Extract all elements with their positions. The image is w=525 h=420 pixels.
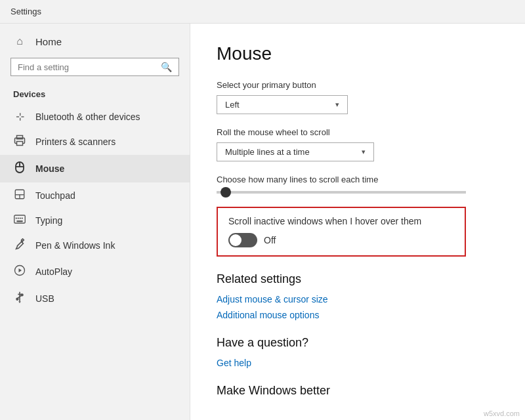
scroll-wheel-dropdown[interactable]: Multiple lines at a time ▾ — [217, 142, 374, 161]
svg-marker-16 — [19, 268, 22, 272]
watermark: w5xvd.com — [484, 410, 520, 417]
sidebar-item-usb[interactable]: USB — [0, 285, 190, 312]
scroll-inactive-box: Scroll inactive windows when I hover ove… — [217, 207, 466, 257]
autoplay-icon — [13, 264, 26, 279]
sidebar-item-label: Mouse — [35, 163, 64, 174]
scroll-lines-slider-thumb[interactable] — [220, 187, 231, 198]
search-icon: 🔍 — [161, 62, 172, 72]
related-settings-heading: Related settings — [217, 272, 499, 286]
typing-icon — [13, 215, 26, 226]
question-section: Have a question? Get help — [217, 336, 499, 368]
sidebar: ⌂ Home 🔍 Devices ⊹ Bluetooth & other dev… — [0, 24, 190, 420]
better-section: Make Windows better — [217, 384, 499, 398]
main-content: Mouse Select your primary button Left ▾ … — [190, 24, 525, 420]
sidebar-item-label: Pen & Windows Ink — [35, 240, 115, 251]
additional-mouse-link[interactable]: Additional mouse options — [217, 310, 499, 320]
svg-point-21 — [21, 294, 23, 296]
title-bar: Settings — [0, 0, 525, 24]
touchpad-icon — [13, 188, 26, 203]
scroll-wheel-label: Roll the mouse wheel to scroll — [217, 127, 499, 137]
sidebar-item-label: Printers & scanners — [35, 136, 116, 147]
search-box[interactable]: 🔍 — [10, 58, 179, 76]
bluetooth-icon: ⊹ — [13, 110, 26, 123]
printers-icon — [13, 135, 26, 149]
mouse-icon — [13, 161, 26, 177]
sidebar-item-mouse[interactable]: Mouse — [0, 155, 190, 182]
primary-button-label: Select your primary button — [217, 80, 499, 90]
title-bar-label: Settings — [10, 7, 41, 16]
home-icon: ⌂ — [13, 35, 26, 47]
search-input[interactable] — [18, 62, 156, 72]
get-help-link[interactable]: Get help — [217, 358, 499, 368]
svg-rect-9 — [14, 215, 26, 223]
related-settings-section: Related settings Adjust mouse & cursor s… — [217, 272, 499, 320]
svg-rect-1 — [17, 142, 23, 146]
better-heading: Make Windows better — [217, 384, 499, 398]
scroll-inactive-label: Scroll inactive windows when I hover ove… — [228, 216, 454, 226]
primary-button-dropdown[interactable]: Left ▾ — [217, 95, 348, 114]
scroll-inactive-toggle[interactable] — [228, 233, 257, 247]
chevron-down-icon: ▾ — [362, 148, 366, 156]
sidebar-item-pen[interactable]: Pen & Windows Ink — [0, 232, 190, 259]
devices-section-label: Devices — [0, 85, 190, 104]
sidebar-home-label: Home — [35, 36, 62, 47]
scroll-inactive-toggle-row: Off — [228, 233, 454, 247]
sidebar-item-label: Typing — [35, 215, 62, 226]
svg-point-22 — [16, 298, 18, 300]
sidebar-item-typing[interactable]: Typing — [0, 209, 190, 232]
sidebar-item-label: Bluetooth & other devices — [35, 112, 140, 122]
sidebar-home-item[interactable]: ⌂ Home — [0, 29, 190, 54]
sidebar-item-touchpad[interactable]: Touchpad — [0, 182, 190, 209]
chevron-down-icon: ▾ — [335, 100, 339, 109]
question-heading: Have a question? — [217, 336, 499, 350]
toggle-state-label: Off — [264, 235, 276, 245]
primary-button-value: Left — [225, 100, 240, 110]
adjust-mouse-link[interactable]: Adjust mouse & cursor size — [217, 294, 499, 304]
sidebar-item-printers[interactable]: Printers & scanners — [0, 129, 190, 155]
sidebar-item-label: Touchpad — [35, 190, 75, 201]
app-body: ⌂ Home 🔍 Devices ⊹ Bluetooth & other dev… — [0, 24, 525, 420]
sidebar-item-label: AutoPlay — [35, 266, 72, 277]
usb-icon — [13, 291, 26, 306]
pen-icon — [13, 238, 26, 253]
scroll-lines-label: Choose how many lines to scroll each tim… — [217, 175, 499, 184]
scroll-lines-slider-track[interactable] — [217, 191, 466, 194]
scroll-wheel-value: Multiple lines at a time — [225, 147, 310, 157]
sidebar-item-bluetooth[interactable]: ⊹ Bluetooth & other devices — [0, 104, 190, 129]
page-title: Mouse — [217, 43, 499, 64]
sidebar-item-label: USB — [35, 293, 54, 304]
sidebar-item-autoplay[interactable]: AutoPlay — [0, 259, 190, 285]
